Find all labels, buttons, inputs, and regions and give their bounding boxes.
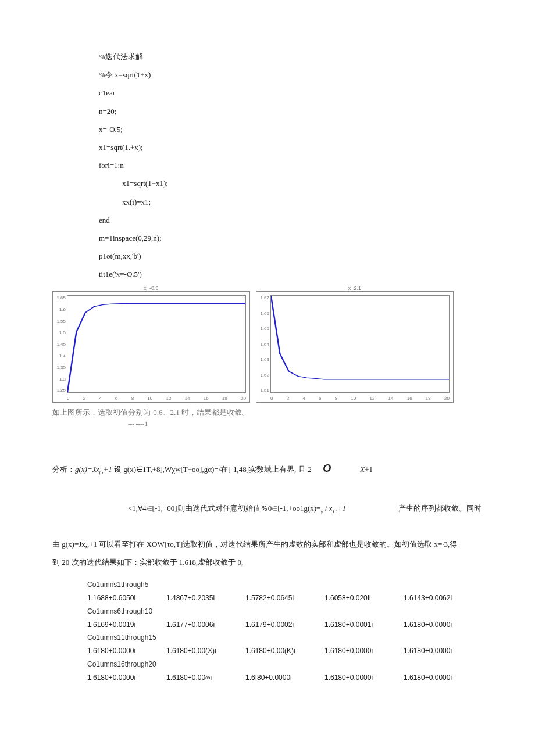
code-line: xx(i)=x1; xyxy=(99,193,483,211)
table-cell: 1.6180+0.0000i xyxy=(324,671,404,685)
chart-svg xyxy=(67,296,245,392)
table-header: Co1umns16through20 xyxy=(87,658,483,671)
table-cell: 1.1688+0.6050i xyxy=(87,592,166,605)
code-line: x=-O.5; xyxy=(99,120,483,138)
code-block: %迭代法求解 %令 x=sqrt(1+x) c1ear n=20; x=-O.5… xyxy=(52,48,483,283)
table-cell: 1.6180+0.0000i xyxy=(404,644,483,658)
chart-frame: 1.67 1.66 1.65 1.64 1.63 1.62 1.61 0 2 xyxy=(256,291,454,403)
code-line: %令 x=sqrt(1+x) xyxy=(99,66,483,84)
analysis-line-2: <1,∀4∈[-1,+00]则由迭代式对任意初始值％0∈[-1,+oo1g(x)… xyxy=(52,499,483,518)
formula-text: +1 xyxy=(104,465,115,474)
table-row: 1.6180+0.0000i 1.6180+0.00(X)i 1.6180+0.… xyxy=(87,644,483,658)
table-cell: 1.6180+0.0001i xyxy=(324,618,404,632)
charts-caption: 如上图所示，选取初值分别为-0.6、2.1 时，结果都是收敛。 xyxy=(52,407,483,418)
table-cell: 1.6180+0.00(X)i xyxy=(166,644,245,658)
code-line: end xyxy=(99,211,483,229)
charts-row: x=-0.6 1.65 1.6 1.55 1.5 1.45 1.4 1.35 1… xyxy=(52,285,483,403)
analysis-line-4: 到 20 次的迭代结果如下：实部收敛于 1.618,虚部收敛于 0, xyxy=(52,553,483,571)
chart-plot-area xyxy=(67,295,246,393)
y-axis-labels: 1.67 1.66 1.65 1.64 1.63 1.62 1.61 xyxy=(258,295,269,393)
table-cell: 1.6058+0.020Ii xyxy=(324,592,404,605)
table-cell: 1.6179+0.0002i xyxy=(245,618,324,632)
table-cell: 1.6180+0.0000i xyxy=(87,671,166,685)
table-cell: 1.6180+0.00∞i xyxy=(166,671,245,685)
code-line: x1=sqrt(1+x1); xyxy=(99,174,483,192)
chart-right: x=2.1 1.67 1.66 1.65 1.64 1.63 1.62 1.61 xyxy=(256,285,454,403)
formula-text: +1 xyxy=(337,504,346,513)
code-line: m=1inspace(0,29,n); xyxy=(99,229,483,247)
subscript: f i xyxy=(99,470,103,475)
code-line: x1=sqrt(1.+x); xyxy=(99,138,483,156)
code-line: tit1e('x=-O.5') xyxy=(99,265,483,283)
formula-text: +1 xyxy=(365,465,373,474)
table-row: 1.6169+0.0019i 1.6177+0.0006i 1.6179+0.0… xyxy=(87,618,483,632)
chart-frame: 1.65 1.6 1.55 1.5 1.45 1.4 1.35 1.3 1.25 xyxy=(52,291,250,403)
chart-plot-area xyxy=(270,295,450,393)
y-axis-labels: 1.65 1.6 1.55 1.5 1.45 1.4 1.35 1.3 1.25 xyxy=(54,295,66,393)
table-cell: 1.6143+0.0062i xyxy=(404,592,483,605)
table-header: Co1umns1through5 xyxy=(87,578,483,592)
code-line: fori=1:n xyxy=(99,156,483,174)
table-cell: 1.6180+0.00(K)i xyxy=(245,644,324,658)
table-cell: 1.6177+0.0006i xyxy=(166,618,245,632)
table-row: 1.1688+0.6050i 1.4867+0.2035i 1.5782+0.0… xyxy=(87,592,483,605)
code-line: c1ear xyxy=(99,84,483,102)
analysis-line-3: 由 g(x)=Jx,,+1 可以看至打在 XOW[τo,T]选取初值，对迭代结果… xyxy=(52,535,483,553)
table-header: Co1umns6through10 xyxy=(87,605,483,618)
body-text: / xyxy=(323,504,329,513)
chart-title: x=2.1 xyxy=(256,285,454,291)
chart-svg xyxy=(271,296,449,392)
sub-caption: --- ----1 xyxy=(128,420,483,427)
document-page: %迭代法求解 %令 x=sqrt(1+x) c1ear n=20; x=-O.5… xyxy=(0,0,535,719)
analysis-block: 分析：g(x)=Jxf i+1 设 g(x)∈1T,+8],Wχw[T+oo],… xyxy=(52,456,483,571)
big-o-symbol: O xyxy=(311,463,343,474)
table-header: Co1umns11through15 xyxy=(87,631,483,644)
table-cell: 1.6180+0.0000i xyxy=(404,618,483,632)
formula-text: g(x)=Jx xyxy=(75,465,99,474)
table-cell: 1.5782+0.0645i xyxy=(245,592,324,605)
table-cell: 1.6180+0.0000i xyxy=(404,671,483,685)
subscript: 11 xyxy=(332,508,337,514)
analysis-prefix: 分析： xyxy=(52,465,75,474)
x-axis-labels: 0 2 4 6 8 10 12 14 16 18 20 xyxy=(270,396,450,401)
table-cell: 1.6I80+0.0000i xyxy=(245,671,324,685)
code-line: %迭代法求解 xyxy=(99,48,483,66)
body-text: <1,∀4∈[-1,+00]则由迭代式对任意初始值％0∈[-1,+oo1g(x)… xyxy=(128,504,320,513)
analysis-line-1: 分析：g(x)=Jxf i+1 设 g(x)∈1T,+8],Wχw[T+oo],… xyxy=(52,456,483,481)
table-cell: 1.6180+0.0000i xyxy=(324,644,404,658)
chart-left: x=-0.6 1.65 1.6 1.55 1.5 1.45 1.4 1.35 1… xyxy=(52,285,250,403)
table-cell: 1.6180+0.0000i xyxy=(87,644,166,658)
chart-title: x=-0.6 xyxy=(52,285,250,291)
table-cell: 1.4867+0.2035i xyxy=(166,592,245,605)
body-text: 产生的序列都收敛。同时 xyxy=(398,504,482,513)
x-axis-labels: 0 2 4 6 8 10 12 14 16 18 20 xyxy=(67,396,246,401)
body-text: 设 g(x)∈1T,+8],Wχw[T+oo],gα)=/在[-1,48]实数域… xyxy=(114,465,308,474)
table-cell: 1.6169+0.0019i xyxy=(87,618,166,632)
code-line: n=20; xyxy=(99,102,483,120)
results-table: Co1umns1through5 1.1688+0.6050i 1.4867+0… xyxy=(52,578,483,684)
code-line: p1ot(m,xx,'b') xyxy=(99,247,483,265)
table-row: 1.6180+0.0000i 1.6180+0.00∞i 1.6I80+0.00… xyxy=(87,671,483,685)
